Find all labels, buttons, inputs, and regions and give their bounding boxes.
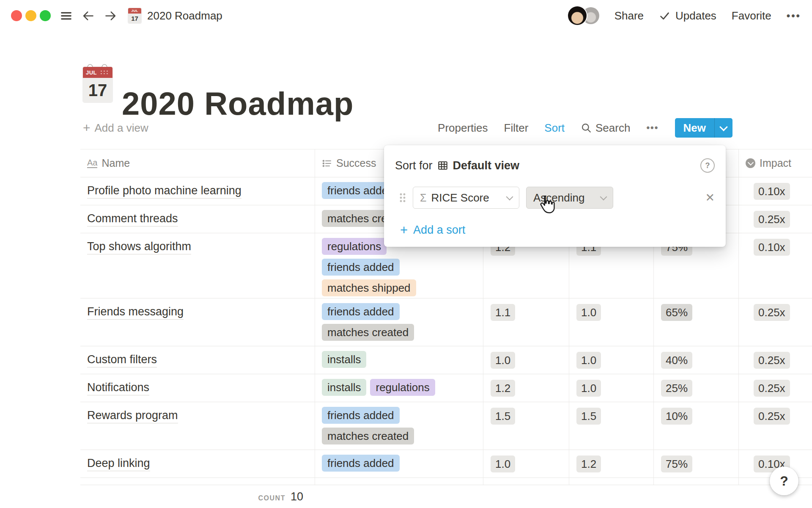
add-view-label: Add a view <box>95 121 148 135</box>
row-name-link[interactable]: Notifications <box>87 381 149 395</box>
number-pill: 1.0 <box>491 456 515 472</box>
row-tags-cell[interactable]: installs <box>315 346 483 374</box>
collaborator-avatars[interactable] <box>568 6 599 25</box>
row-name-link[interactable]: Custom filters <box>87 353 157 367</box>
row-name-link[interactable]: Rewards program <box>87 409 178 423</box>
table-row[interactable]: Deep linkingfriends added1.01.275%0.10x <box>80 450 812 478</box>
row-name-cell[interactable]: Comment threads <box>80 205 315 233</box>
row-percent-cell[interactable]: 75% <box>654 450 739 478</box>
more-menu-button[interactable]: ••• <box>787 10 801 22</box>
row-impact-cell[interactable]: 0.25x <box>739 205 812 233</box>
row-number-cell[interactable]: 1.0 <box>483 346 569 374</box>
row-name-link[interactable]: Comment threads <box>87 212 178 226</box>
row-name-link[interactable]: Friends messaging <box>87 305 184 320</box>
row-tags-cell[interactable]: friends added <box>315 450 483 478</box>
row-number-cell[interactable]: 1.5 <box>569 402 654 450</box>
number-pill: 1.0 <box>576 304 601 321</box>
row-impact-cell[interactable]: 0.25x <box>739 374 812 402</box>
row-tags-cell[interactable]: installsregulations <box>315 374 483 402</box>
page-title[interactable]: 2020 Roadmap <box>122 85 354 122</box>
new-button[interactable]: New <box>675 118 732 138</box>
title-property-icon: Aa <box>87 158 97 168</box>
row-name-link[interactable]: Top shows algorithm <box>87 240 191 254</box>
sort-button[interactable]: Sort <box>544 121 565 135</box>
row-impact-cell[interactable]: 0.25x <box>739 402 812 450</box>
row-number-cell[interactable]: 1.0 <box>569 346 654 374</box>
table-row[interactable]: Notificationsinstallsregulations1.21.025… <box>80 374 812 402</box>
sort-field-value: RICE Score <box>431 191 489 204</box>
row-percent-cell[interactable]: 65% <box>654 298 739 346</box>
help-icon[interactable]: ? <box>700 158 715 173</box>
row-impact-cell[interactable]: 0.10x <box>739 177 812 205</box>
drag-handle-icon[interactable] <box>399 193 406 203</box>
sort-field-dropdown[interactable]: Σ RICE Score <box>413 187 519 209</box>
row-name-cell[interactable]: Notifications <box>80 374 315 402</box>
favorite-button[interactable]: Favorite <box>732 9 771 22</box>
back-arrow-icon[interactable] <box>82 9 95 22</box>
row-name-cell[interactable]: Top shows algorithm <box>80 233 315 298</box>
row-name-link[interactable]: Profile photo machine learning <box>87 184 241 199</box>
updates-button[interactable]: Updates <box>659 9 716 22</box>
table-row[interactable]: Rewards programfriends addedmatches crea… <box>80 402 812 450</box>
row-name-cell[interactable]: Profile photo machine learning <box>80 177 315 205</box>
row-number-cell[interactable]: 1.0 <box>483 450 569 478</box>
row-tags-cell[interactable]: friends addedmatches created <box>315 298 483 346</box>
add-sort-button[interactable]: + Add a sort <box>400 222 726 237</box>
row-number-cell[interactable]: 1.5 <box>483 402 569 450</box>
row-percent-cell[interactable]: 10% <box>654 402 739 450</box>
row-name-link[interactable]: Deep linking <box>87 457 150 471</box>
impact-pill: 0.10x <box>754 183 790 200</box>
new-button-label[interactable]: New <box>675 118 714 138</box>
row-name-cell[interactable]: Friends messaging <box>80 298 315 346</box>
row-name-cell[interactable]: Custom filters <box>80 346 315 374</box>
add-view-button[interactable]: + Add a view <box>83 121 148 135</box>
impact-pill: 0.25x <box>754 211 790 228</box>
window-zoom-button[interactable] <box>40 10 51 21</box>
sort-for-label: Sort for <box>395 159 433 172</box>
row-name-cell[interactable]: Deep linking <box>80 450 315 478</box>
row-impact-cell[interactable]: 0.10x <box>739 233 812 298</box>
window-minimize-button[interactable] <box>25 10 36 21</box>
row-number-cell[interactable]: 1.1 <box>483 298 569 346</box>
new-dropdown-button[interactable] <box>715 118 732 138</box>
count-row[interactable]: COUNT 10 <box>80 490 315 508</box>
page-icon-day: 17 <box>83 78 112 102</box>
row-number-cell[interactable]: 1.2 <box>483 374 569 402</box>
row-impact-cell[interactable]: 0.25x <box>739 298 812 346</box>
row-name-cell[interactable]: Rewards program <box>80 402 315 450</box>
tag: friends added <box>322 303 400 320</box>
column-label: Success <box>336 157 376 169</box>
formula-property-icon: Σ <box>420 192 426 204</box>
properties-button[interactable]: Properties <box>438 121 488 135</box>
help-fab-button[interactable]: ? <box>770 467 798 495</box>
column-header-impact[interactable]: Impact <box>739 149 812 177</box>
forward-arrow-icon[interactable] <box>104 9 117 22</box>
breadcrumb-doc-title[interactable]: 2020 Roadmap <box>147 9 222 22</box>
avatar[interactable] <box>568 6 587 25</box>
window-controls <box>11 10 51 21</box>
row-percent-cell[interactable]: 25% <box>654 374 739 402</box>
row-number-cell[interactable]: 1.2 <box>569 450 654 478</box>
filter-button[interactable]: Filter <box>504 121 529 135</box>
row-impact-cell[interactable]: 0.25x <box>739 346 812 374</box>
row-tags-cell[interactable]: friends addedmatches created <box>315 402 483 450</box>
remove-sort-button[interactable]: ✕ <box>705 192 715 204</box>
row-number-cell[interactable]: 1.0 <box>569 374 654 402</box>
column-header-name[interactable]: Aa Name <box>80 149 315 177</box>
tag: installs <box>322 351 366 368</box>
sidebar-menu-icon[interactable] <box>60 10 72 22</box>
window-close-button[interactable] <box>11 10 22 21</box>
search-button[interactable]: Search <box>581 121 630 135</box>
table-row[interactable]: Custom filtersinstalls1.01.040%0.25x <box>80 346 812 374</box>
row-number-cell[interactable]: 1.0 <box>569 298 654 346</box>
chevron-down-icon <box>600 193 607 201</box>
tag: friends added <box>322 259 400 276</box>
chevron-down-icon <box>719 123 728 131</box>
table-row[interactable]: Friends messagingfriends addedmatches cr… <box>80 298 812 346</box>
row-percent-cell[interactable]: 40% <box>654 346 739 374</box>
share-button[interactable]: Share <box>614 9 644 22</box>
view-more-button[interactable]: ••• <box>646 122 658 133</box>
tag: friends added <box>322 407 400 424</box>
percent-pill: 10% <box>661 408 692 425</box>
page-calendar-icon[interactable]: JUL 17 <box>83 67 112 102</box>
